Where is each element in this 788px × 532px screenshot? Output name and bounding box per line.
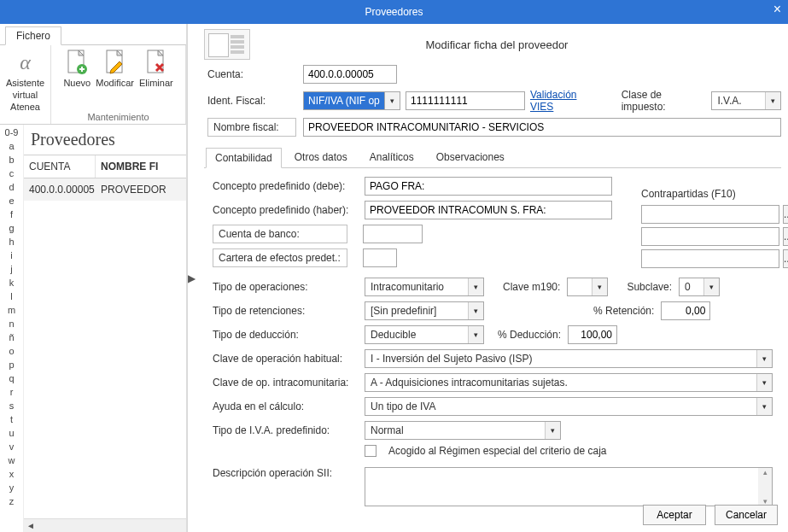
alpha-f[interactable]: f: [10, 208, 13, 221]
tipo-deduccion-select[interactable]: Deducible▾: [365, 325, 484, 344]
accept-button[interactable]: Aceptar: [643, 505, 706, 525]
alpha-d[interactable]: d: [9, 181, 14, 194]
cuenta-field[interactable]: [303, 65, 397, 84]
new-button[interactable]: Nuevo: [63, 49, 90, 88]
document-edit-icon: [102, 49, 129, 76]
cancel-button[interactable]: Cancelar: [715, 505, 778, 525]
chevron-down-icon[interactable]: ▾: [592, 278, 607, 295]
contrap-1[interactable]: [641, 205, 779, 224]
contrap-3[interactable]: [641, 249, 779, 268]
alpha-o[interactable]: o: [9, 345, 14, 358]
alpha-a[interactable]: a: [9, 140, 14, 153]
col-nombre[interactable]: NOMBRE FI: [96, 155, 186, 178]
chevron-down-icon[interactable]: ▾: [703, 278, 719, 295]
validacion-vies-link[interactable]: Validación VIES: [530, 89, 601, 113]
alpha-w[interactable]: w: [9, 454, 15, 467]
alpha-x[interactable]: x: [9, 468, 15, 481]
label-concepto-debe: Concepto predefinido (debe):: [213, 180, 358, 192]
concepto-haber-field[interactable]: [365, 201, 612, 219]
chevron-down-icon[interactable]: ▾: [385, 91, 400, 110]
cartera-efectos-field[interactable]: [363, 248, 397, 267]
alpha-y[interactable]: y: [9, 482, 15, 494]
tipo-retenciones-select[interactable]: [Sin predefinir]▾: [365, 301, 484, 320]
alpha-v[interactable]: v: [9, 441, 15, 453]
document-delete-icon: [143, 49, 170, 76]
label-cuenta-banco[interactable]: Cuenta de banco:: [213, 225, 347, 243]
label-nombre-fiscal[interactable]: Nombre fiscal:: [207, 118, 296, 137]
contrap-2[interactable]: [641, 227, 779, 246]
clase-impuesto-select[interactable]: I.V.A. ▾: [711, 91, 781, 110]
chevron-down-icon[interactable]: ▾: [765, 92, 780, 109]
lookup-button[interactable]: ...: [783, 205, 788, 224]
alpha-u[interactable]: u: [9, 427, 14, 440]
alpha-p[interactable]: p: [9, 359, 14, 371]
chevron-down-icon[interactable]: ▾: [756, 398, 772, 415]
splitter-handle[interactable]: ▶: [187, 24, 196, 532]
chevron-up-icon[interactable]: ▴: [763, 468, 768, 476]
alpha-q[interactable]: q: [9, 372, 14, 385]
chevron-down-icon[interactable]: ▾: [756, 374, 772, 391]
alpha-index[interactable]: 0-9abcdefghijklmnñopqrstuvwxyz: [0, 125, 24, 532]
alpha-g[interactable]: g: [9, 222, 14, 235]
clave-op-intracom-select[interactable]: A - Adquisiciones intracomunitarias suje…: [365, 373, 773, 392]
lookup-button[interactable]: ...: [783, 249, 788, 268]
concepto-debe-field[interactable]: [365, 177, 612, 196]
ribbon-tab-fichero[interactable]: Fichero: [5, 26, 61, 45]
clave-op-habitual-select[interactable]: I - Inversión del Sujeto Pasivo (ISP)▾: [365, 349, 773, 368]
alpha-z[interactable]: z: [9, 495, 15, 508]
alpha-t[interactable]: t: [10, 413, 13, 426]
pct-retencion-field[interactable]: [661, 301, 710, 320]
label-ident-fiscal: Ident. Fiscal:: [207, 95, 296, 107]
close-icon[interactable]: ×: [773, 2, 781, 17]
label-cuenta: Cuenta:: [207, 68, 296, 80]
tipo-iva-predef-select[interactable]: Normal▾: [365, 421, 561, 440]
alpha-r[interactable]: r: [10, 386, 14, 399]
alpha-k[interactable]: k: [9, 277, 15, 289]
alpha-l[interactable]: l: [10, 290, 12, 303]
desc-sii-textarea[interactable]: ▴▾: [365, 467, 773, 506]
alpha-n[interactable]: n: [9, 318, 14, 330]
alpha-ñ[interactable]: ñ: [9, 331, 14, 344]
table-row[interactable]: 400.0.0.00005 PROVEEDOR: [24, 178, 186, 201]
chevron-down-icon[interactable]: ▾: [756, 350, 772, 367]
acogido-caja-checkbox[interactable]: [365, 445, 376, 457]
subclave-select[interactable]: 0▾: [679, 278, 720, 296]
tab-observaciones[interactable]: Observaciones: [427, 147, 514, 167]
label-cartera-efectos[interactable]: Cartera de efectos predet.:: [213, 248, 347, 267]
chevron-down-icon[interactable]: ▾: [468, 278, 483, 295]
tipo-operaciones-select[interactable]: Intracomunitario▾: [365, 278, 484, 296]
tab-analiticos[interactable]: Analíticos: [360, 147, 423, 167]
alpha-0-9[interactable]: 0-9: [5, 126, 19, 139]
chevron-down-icon[interactable]: ▾: [468, 302, 483, 319]
chevron-down-icon[interactable]: ▾: [468, 326, 483, 343]
ident-num-field[interactable]: [406, 91, 525, 110]
nombre-fiscal-field[interactable]: [303, 118, 781, 137]
alpha-m[interactable]: m: [8, 304, 15, 317]
alpha-s[interactable]: s: [9, 400, 15, 412]
modify-button[interactable]: Modificar: [96, 49, 134, 88]
col-cuenta[interactable]: CUENTA: [24, 155, 96, 178]
tab-contabilidad[interactable]: Contabilidad: [206, 148, 282, 168]
alpha-i[interactable]: i: [10, 249, 12, 262]
alpha-c[interactable]: c: [9, 167, 15, 180]
assistant-icon: α: [12, 49, 39, 76]
alpha-h[interactable]: h: [9, 236, 14, 248]
cuenta-banco-field[interactable]: [363, 225, 423, 243]
chevron-down-icon[interactable]: ▾: [545, 422, 560, 439]
ayuda-calculo-select[interactable]: Un tipo de IVA▾: [365, 397, 773, 416]
alpha-b[interactable]: b: [9, 154, 14, 167]
contrapartidas-panel: Contrapartidas (F10) ...... ...... .....…: [641, 188, 776, 272]
horizontal-scrollbar[interactable]: ◄: [24, 518, 186, 532]
pct-deduccion-field[interactable]: [568, 325, 617, 344]
record-thumbnail-icon[interactable]: [204, 29, 250, 60]
tab-otros-datos[interactable]: Otros datos: [285, 147, 357, 167]
alpha-j[interactable]: j: [10, 263, 12, 276]
ident-tipo-select[interactable]: [303, 91, 385, 110]
clave-m190-select[interactable]: ▾: [567, 278, 608, 296]
alpha-e[interactable]: e: [9, 195, 14, 208]
textarea-scrollbar[interactable]: ▴▾: [758, 468, 772, 506]
assistant-button[interactable]: α Asistente virtual Atenea: [6, 49, 44, 112]
delete-button[interactable]: Eliminar: [139, 49, 173, 88]
scroll-left-icon[interactable]: ◄: [24, 521, 38, 530]
lookup-button[interactable]: ...: [783, 227, 788, 246]
